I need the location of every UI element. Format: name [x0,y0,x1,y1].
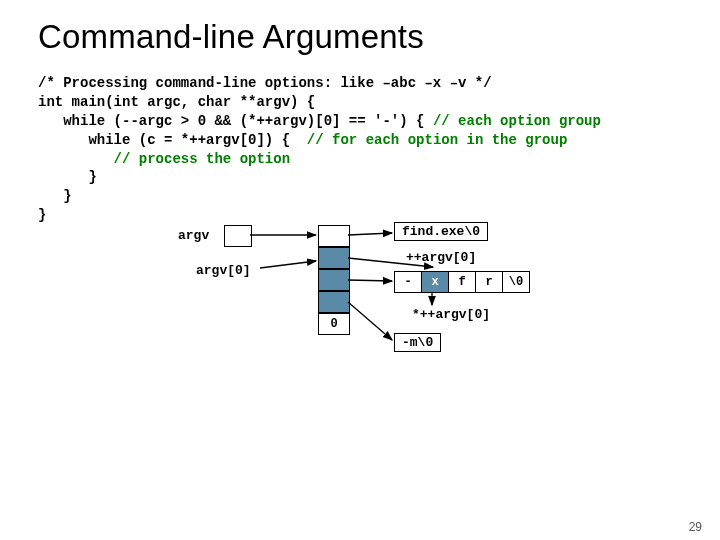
code-line-4d: // for each option in the group [307,132,567,148]
char-cell-2: f [448,271,476,293]
code-line-7: } [38,188,72,204]
ptr-cell-null: 0 [318,313,350,335]
code-line-3a: while (--argc > 0 && (*++argv)[0] == '-'… [38,113,433,129]
ptr-cell-2 [318,269,350,291]
slide-title: Command-line Arguments [38,18,690,56]
code-line-8: } [38,207,46,223]
diagram-arrows [38,225,678,385]
svg-line-2 [348,233,392,235]
code-line-3b: // each option group [433,113,601,129]
page-number: 29 [689,520,702,534]
svg-line-4 [348,280,392,281]
argv0-label: argv[0] [196,263,251,278]
code-line-4c: ) { [265,132,307,148]
ptr-cell-0 [318,225,350,247]
char-cell-3: r [475,271,503,293]
argv-cell [224,225,252,247]
m-string-label: -m\0 [394,333,441,352]
char-cell-0: - [394,271,422,293]
code-line-2: int main(int argc, char **argv) { [38,94,315,110]
prog-name-label: find.exe\0 [394,222,488,241]
code-block: /* Processing command-line options: like… [38,74,690,225]
code-line-4a: while (c = [38,132,181,148]
svg-line-1 [260,261,316,268]
inc-argv0-label: ++argv[0] [406,250,476,265]
ptr-cell-1 [318,247,350,269]
char-cell-1: x [421,271,449,293]
char-cell-4: \0 [502,271,530,293]
code-line-4b: *++argv[0] [181,132,265,148]
code-line-6: } [38,169,97,185]
code-line-5: // process the option [38,151,290,167]
svg-line-5 [348,302,392,340]
argv-label: argv [178,228,209,243]
ptr-cell-3 [318,291,350,313]
code-line-1: /* Processing command-line options: like… [38,75,492,91]
deref-inc-argv0-label: *++argv[0] [412,307,490,322]
